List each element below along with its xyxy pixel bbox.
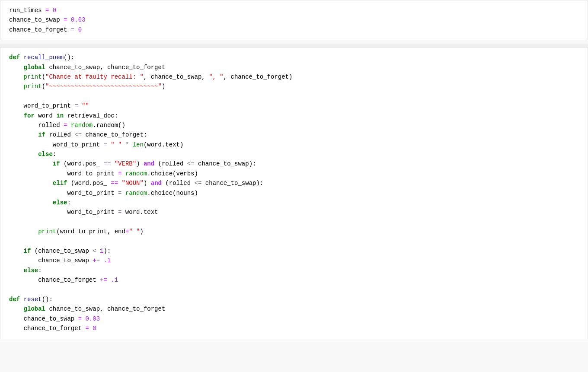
code-block-variables: run_times = 0 chance_to_swap = 0.03 chan… xyxy=(0,0,588,40)
code-content-variables: run_times = 0 chance_to_swap = 0.03 chan… xyxy=(9,6,579,35)
code-content-recall-poem: def recall_poem(): global chance_to_swap… xyxy=(9,53,579,333)
code-block-recall-poem: def recall_poem(): global chance_to_swap… xyxy=(0,47,588,339)
code-editor: run_times = 0 chance_to_swap = 0.03 chan… xyxy=(0,0,588,372)
block-separator xyxy=(0,44,588,47)
